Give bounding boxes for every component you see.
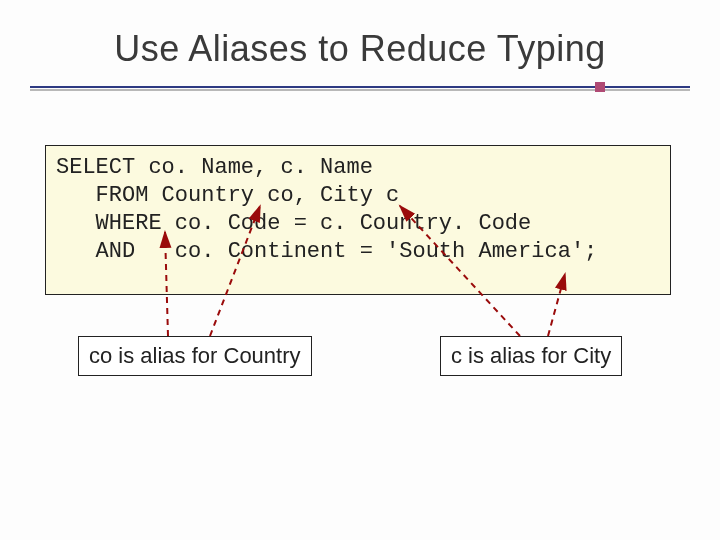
callout-c-alias: c is alias for City bbox=[440, 336, 622, 376]
code-line-3: WHERE co. Code = c. Country. Code bbox=[56, 210, 660, 238]
code-line-2: FROM Country co, City c bbox=[56, 182, 660, 210]
slide-title: Use Aliases to Reduce Typing bbox=[114, 28, 606, 70]
code-line-4: AND co. Continent = 'South America'; bbox=[56, 238, 660, 266]
title-underline bbox=[30, 86, 690, 88]
code-block: SELECT co. Name, c. Name FROM Country co… bbox=[45, 145, 671, 295]
callout-co-alias: co is alias for Country bbox=[78, 336, 312, 376]
code-line-1: SELECT co. Name, c. Name bbox=[56, 154, 660, 182]
title-underline-accent bbox=[595, 82, 605, 92]
